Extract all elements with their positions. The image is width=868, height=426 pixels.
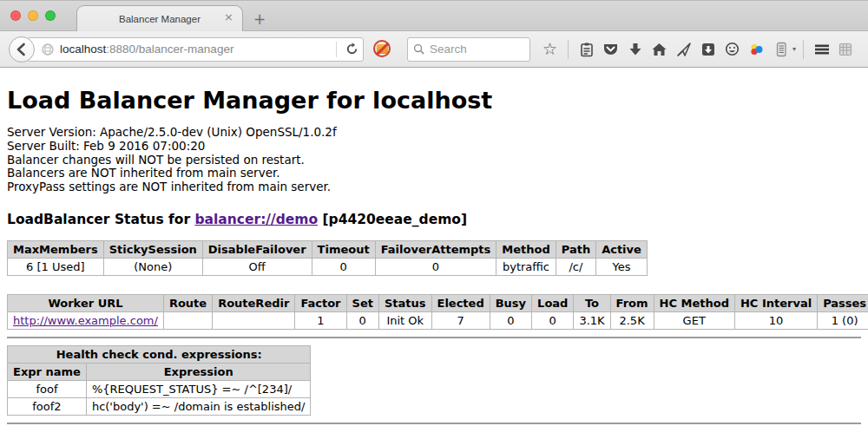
page-content: Load Balancer Manager for localhost Serv… [0,68,868,426]
plugin-blocked-icon[interactable] [372,39,393,60]
home-icon [651,42,667,57]
colored-dots-icon [748,42,765,57]
table-row: foof %{REQUEST_STATUS} =~ /^[234]/ [8,380,311,397]
divider [7,337,861,338]
back-icon [15,43,29,56]
navigation-toolbar: localhost:8880/balancer-manager ☆ [0,31,868,68]
table-header-row: Worker URL Route RouteRedir Factor Set S… [8,294,868,311]
search-input[interactable] [430,43,516,56]
send-tab-button[interactable] [673,37,694,62]
send-plane-icon [676,42,692,57]
toolbar-divider [803,40,804,59]
server-built-line: Server Built: Feb 9 2016 07:00:20 [7,140,861,154]
extension-colored-dots-button[interactable] [746,37,767,62]
reload-button[interactable] [340,43,363,56]
hello-button[interactable] [721,37,743,62]
toolbar-icons: ☆ [539,37,857,62]
menu-button[interactable] [811,37,832,62]
container-button[interactable] [770,37,792,62]
health-table-caption: Health check cond. expressions: [8,345,311,363]
worker-url-link[interactable]: http://www.example.com/ [13,314,158,327]
window-controls [10,10,56,21]
downloads-button[interactable] [624,37,646,62]
tab-close-icon[interactable]: × [224,11,233,23]
clipboard-icon [579,42,595,57]
bookmark-star-icon: ☆ [542,41,557,57]
table-header-row: Expr name Expression [8,363,311,380]
table-row: foof2 hc('body') =~ /domain is establish… [8,397,311,415]
bookmark-star-button[interactable]: ☆ [539,37,561,62]
urlbar-divider [336,42,337,57]
divider [7,423,861,424]
addon-download-button[interactable] [697,37,719,62]
home-button[interactable] [648,37,670,62]
search-field[interactable] [407,37,530,62]
notice-line: Balancer changes will NOT be persisted o… [7,154,861,167]
notice-line: Balancers are NOT inherited from main se… [7,167,861,180]
tab-title: Balancer Manager [119,14,201,24]
server-info: Server Version: Apache/2.5.0-dev (Unix) … [7,126,861,194]
globe-icon [42,43,54,56]
zoom-window-button[interactable] [45,10,56,21]
minimize-window-button[interactable] [28,10,38,21]
tab-balancer-manager[interactable]: Balancer Manager × [76,5,243,31]
table-header-row: MaxMembers StickySession DisableFailover… [8,240,648,258]
sidebar-grid-button[interactable] [835,37,857,62]
loadbalancer-status-heading: LoadBalancer Status for balancer://demo … [7,212,861,227]
notice-line: ProxyPass settings are NOT inherited fro… [7,180,861,194]
balancer-demo-link[interactable]: balancer://demo [194,212,318,227]
table-row: 6 [1 Used] (None) Off 0 0 bytraffic /c/ … [8,258,648,275]
server-version-line: Server Version: Apache/2.5.0-dev (Unix) … [7,126,861,140]
browser-window: Balancer Manager × + localhost:8880/bala… [0,0,868,426]
table-caption-row: Health check cond. expressions: [8,345,311,363]
tab-bar: Balancer Manager × + [0,0,868,31]
pocket-icon [602,42,619,57]
grid-icon [838,42,854,57]
search-icon [413,43,424,55]
container-icon [773,42,789,57]
reading-list-button[interactable] [575,37,597,62]
reload-icon [345,43,358,56]
chevron-down-icon[interactable]: ▾ [792,45,796,53]
menu-icon [813,42,831,57]
new-tab-button[interactable]: + [253,12,266,27]
url-text[interactable]: localhost:8880/balancer-manager [60,43,233,56]
close-window-button[interactable] [10,10,21,21]
balancer-settings-table: MaxMembers StickySession DisableFailover… [7,240,648,276]
url-bar[interactable]: localhost:8880/balancer-manager [27,37,364,62]
page-title: Load Balancer Manager for localhost [7,87,861,114]
url-path: :8880/balancer-manager [106,43,233,56]
pocket-button[interactable] [600,37,621,62]
toolbar-divider [568,40,569,59]
smiley-icon [724,42,740,57]
download-icon [628,42,643,57]
back-button[interactable] [9,36,35,62]
health-check-expressions-table: Health check cond. expressions: Expr nam… [7,345,311,416]
url-host: localhost [60,43,106,56]
table-row: http://www.example.com/ 1 0 Init Ok 7 0 … [8,311,868,329]
worker-status-table: Worker URL Route RouteRedir Factor Set S… [7,294,868,330]
addon-download-icon [700,42,716,57]
